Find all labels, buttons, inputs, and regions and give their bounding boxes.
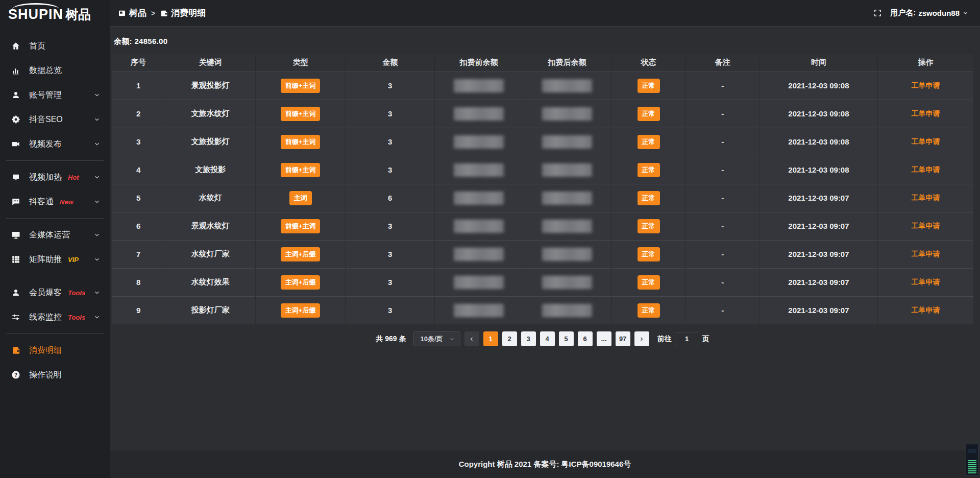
sidebar-item-account-management[interactable]: 账号管理: [0, 83, 110, 107]
grid-icon: [11, 255, 21, 264]
goto-suffix: 页: [702, 334, 709, 344]
sidebar-nav: 首页数据总览账号管理抖音SEO视频发布视频加热Hot抖客通New全媒体运营矩阵助…: [0, 29, 110, 387]
redacted-balance: [542, 107, 592, 121]
cell-time: 2021-12-03 09:07: [760, 268, 877, 296]
work-order-link[interactable]: 工单申请: [912, 306, 940, 314]
cell-keyword: 文旅投影: [165, 156, 256, 184]
status-badge: 正常: [638, 275, 660, 290]
gear-icon: [11, 115, 21, 124]
sidebar-item-label: 操作说明: [29, 370, 62, 380]
work-order-link[interactable]: 工单申请: [912, 137, 940, 146]
sidebar-item-doketong[interactable]: 抖客通New: [0, 189, 110, 214]
page-more-button[interactable]: ...: [597, 331, 611, 346]
work-order-link[interactable]: 工单申请: [912, 278, 940, 286]
page-button-1[interactable]: 1: [483, 331, 498, 346]
sidebar-item-clue-monitor[interactable]: 线索监控Tools: [0, 305, 110, 329]
page-button-6[interactable]: 6: [578, 331, 593, 346]
work-order-link[interactable]: 工单申请: [912, 194, 940, 202]
work-order-link[interactable]: 工单申请: [912, 250, 940, 258]
sidebar-item-label: 全媒体运营: [29, 230, 70, 241]
cell-status: 正常: [611, 296, 685, 324]
chevron-down-icon: [93, 314, 101, 321]
status-badge: 正常: [638, 191, 660, 205]
work-order-link[interactable]: 工单申请: [912, 109, 940, 117]
type-badge: 前缀+主词: [281, 135, 321, 149]
sidebar-item-matrix-boost[interactable]: 矩阵助推VIP: [0, 247, 110, 272]
pagination: 共 969 条 10条/页 123456...97 前往 页: [112, 331, 973, 346]
redacted-balance: [454, 304, 504, 317]
fullscreen-icon[interactable]: [873, 9, 882, 17]
goto-page-input[interactable]: [676, 332, 698, 346]
cell-status: 正常: [611, 240, 685, 268]
chevron-down-icon: [93, 256, 101, 263]
table-row: 4文旅投影前缀+主词3正常-2021-12-03 09:08工单申请: [112, 156, 973, 184]
balance-label: 余额:: [114, 37, 132, 45]
sidebar-item-badge: Tools: [68, 289, 85, 297]
cell-before: [435, 296, 523, 324]
breadcrumb-item-root[interactable]: 树品: [118, 7, 146, 19]
cell-type: 主词: [256, 184, 346, 212]
sidebar-item-operation-guide[interactable]: ?操作说明: [0, 363, 110, 387]
sidebar-item-label: 矩阵助推: [29, 254, 62, 265]
logo-text-cn: 树品: [65, 6, 91, 23]
sidebar-item-all-media[interactable]: 全媒体运营: [0, 223, 110, 247]
redacted-balance: [542, 192, 592, 205]
work-order-link[interactable]: 工单申请: [912, 81, 940, 89]
status-badge: 正常: [638, 135, 660, 149]
chevron-down-icon: [93, 91, 101, 99]
type-badge: 前缀+主词: [281, 163, 321, 177]
sidebar-item-label: 会员爆客: [29, 288, 62, 298]
chart-icon: [11, 66, 21, 75]
cell-after: [523, 71, 611, 100]
page-button-97[interactable]: 97: [616, 331, 630, 346]
cell-keyword: 投影灯厂家: [165, 296, 256, 324]
page-button-3[interactable]: 3: [521, 331, 536, 346]
cell-after: [523, 128, 611, 156]
sidebar-item-data-overview[interactable]: 数据总览: [0, 58, 110, 83]
page-size-select[interactable]: 10条/页: [413, 331, 460, 346]
redacted-balance: [454, 163, 504, 177]
work-order-link[interactable]: 工单申请: [912, 222, 940, 230]
breadcrumb-separator: >: [151, 9, 155, 17]
chevron-down-icon: [93, 198, 101, 205]
cell-remark: -: [685, 156, 760, 184]
type-badge: 前缀+主词: [281, 107, 321, 121]
cell-action: 工单申请: [878, 100, 973, 128]
cell-before: [435, 71, 523, 100]
column-header-7: 备注: [685, 54, 760, 71]
sidebar-item-video-heat[interactable]: 视频加热Hot: [0, 165, 110, 189]
type-badge: 主词+后缀: [281, 275, 321, 290]
cell-after: [523, 184, 611, 212]
user-icon: [11, 90, 21, 100]
sidebar-item-consume-detail[interactable]: 消费明细: [0, 338, 110, 363]
table-row: 6景观水纹灯前缀+主词3正常-2021-12-03 09:07工单申请: [112, 212, 973, 240]
sidebar-item-label: 视频发布: [29, 139, 62, 150]
cell-type: 前缀+主词: [256, 212, 346, 240]
sidebar-item-douyin-seo[interactable]: 抖音SEO: [0, 107, 110, 132]
status-badge: 正常: [638, 303, 660, 318]
sidebar-divider: [6, 160, 104, 161]
user-menu[interactable]: 用户名: zswodun88: [890, 8, 969, 18]
sidebar-item-member-baoke[interactable]: 会员爆客Tools: [0, 280, 110, 305]
cell-remark: -: [685, 212, 760, 240]
chevron-down-icon: [93, 289, 101, 296]
sidebar-item-video-publish[interactable]: 视频发布: [0, 132, 110, 156]
cell-index: 8: [112, 268, 165, 296]
main-area: 树品 > 消费明细 用户名: zswodun88: [110, 0, 980, 478]
status-badge: 正常: [638, 163, 660, 177]
redacted-balance: [454, 79, 504, 92]
page-button-5[interactable]: 5: [559, 331, 574, 346]
prev-page-button[interactable]: [464, 331, 479, 346]
page-button-4[interactable]: 4: [540, 331, 555, 346]
cell-action: 工单申请: [878, 296, 973, 324]
balance: 余额: 24856.00: [114, 37, 973, 46]
column-header-5: 扣费后余额: [523, 54, 611, 71]
work-order-link[interactable]: 工单申请: [912, 165, 940, 174]
page-buttons: 123456...97: [483, 331, 630, 346]
next-page-button[interactable]: [634, 331, 649, 346]
sidebar-item-home[interactable]: 首页: [0, 34, 110, 58]
cell-index: 4: [112, 156, 165, 184]
cell-amount: 3: [345, 71, 435, 100]
page-button-2[interactable]: 2: [502, 331, 517, 346]
cell-keyword: 景观水纹灯: [165, 212, 256, 240]
